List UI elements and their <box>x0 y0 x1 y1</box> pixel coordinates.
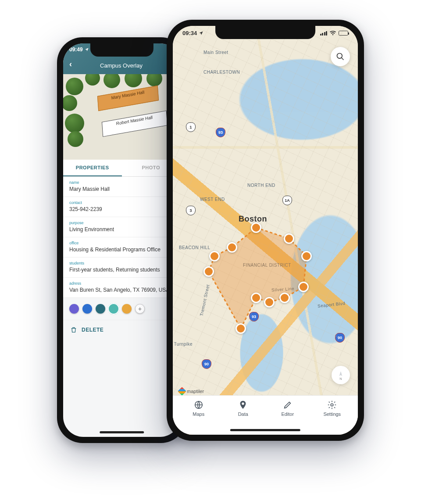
building-label: Robert Massie Hall <box>116 115 153 126</box>
field-label: office <box>69 241 174 245</box>
compass-icon: N <box>335 369 346 381</box>
globe-icon <box>194 400 203 410</box>
map-district-label: NORTH END <box>247 183 275 188</box>
building-other[interactable]: Robert Massie Hall <box>102 111 168 137</box>
maptiler-logo-icon <box>178 387 186 396</box>
color-option[interactable] <box>122 304 132 314</box>
map-canvas[interactable]: Main Street CHARLESTOWN NORTH END WEST E… <box>173 26 358 435</box>
page-title: Campus Overlay <box>68 62 174 69</box>
home-indicator[interactable] <box>230 429 300 431</box>
field-row[interactable]: name Mary Massie Hall <box>63 177 180 197</box>
properties-list: name Mary Massie Hall contact 325-942-22… <box>63 177 180 298</box>
phone-map-editor: Main Street CHARLESTOWN NORTH END WEST E… <box>167 20 364 441</box>
field-row[interactable]: contact 325-942-2239 <box>63 197 180 217</box>
status-bar: 09:49 <box>69 46 89 53</box>
polygon-vertex[interactable] <box>284 233 294 244</box>
polygon-vertex[interactable] <box>251 222 261 233</box>
nav-label: Data <box>238 411 248 417</box>
route-shield: 1 <box>186 122 196 132</box>
map-district-label: CHARLESTOWN <box>203 70 240 75</box>
building-selected[interactable]: Mary Massie Hall <box>97 86 159 111</box>
polygon-vertex[interactable] <box>235 323 246 334</box>
delete-label: DELETE <box>82 327 103 333</box>
color-option-selected[interactable] <box>109 304 118 314</box>
notch <box>90 43 153 57</box>
color-option[interactable] <box>82 304 92 314</box>
status-time: 09:49 <box>69 46 83 53</box>
attribution-text: maptiler <box>187 389 204 394</box>
search-icon <box>336 52 345 61</box>
wifi-icon <box>330 31 336 36</box>
polygon-vertex[interactable] <box>209 251 220 261</box>
signal-icon <box>320 31 328 36</box>
field-value: Living Environment <box>69 226 174 232</box>
route-shield: 3 <box>186 206 196 215</box>
polygon-vertex[interactable] <box>203 266 214 277</box>
field-row[interactable]: students First-year students, Returning … <box>63 257 180 278</box>
map-street-label: s Turnpike <box>173 342 193 347</box>
field-value: First-year students, Returning students <box>69 267 174 273</box>
svg-text:N: N <box>339 377 342 381</box>
polygon-vertex[interactable] <box>227 242 237 253</box>
search-button[interactable] <box>331 47 350 66</box>
field-label: purpose <box>69 221 174 225</box>
compass-button[interactable]: N <box>332 366 350 384</box>
polygon-vertex[interactable] <box>301 251 312 261</box>
field-label: name <box>69 180 174 185</box>
field-value: Housing & Residential Programs Office <box>69 247 174 253</box>
field-label: contact <box>69 200 174 205</box>
nav-label: Settings <box>323 411 341 417</box>
field-label: adress <box>69 281 174 286</box>
svg-marker-3 <box>339 371 343 376</box>
tabs: PROPERTIES PHOTO <box>63 160 180 177</box>
trash-icon <box>70 326 77 333</box>
gear-icon <box>327 400 337 410</box>
notch <box>215 26 315 39</box>
campus-map-preview[interactable]: Mary Massie Hall Robert Massie Hall <box>63 74 180 160</box>
nav-label: Editor <box>281 411 294 417</box>
svg-point-1 <box>337 54 343 59</box>
polygon-vertex[interactable] <box>264 297 275 307</box>
map-street-label: Main Street <box>203 50 228 55</box>
svg-point-6 <box>331 404 334 406</box>
battery-icon <box>339 31 348 36</box>
polygon-vertex[interactable] <box>279 293 290 303</box>
color-option[interactable] <box>96 304 105 314</box>
status-time: 09:34 <box>182 30 197 36</box>
map-district-label: WEST END <box>200 197 225 202</box>
field-row[interactable]: adress Van Buren St, San Angelo, TX 7690… <box>63 278 180 298</box>
field-value: Van Buren St, San Angelo, TX 76909, USA <box>69 287 174 293</box>
route-shield: 1A <box>282 196 292 205</box>
interstate-shield: 93 <box>216 128 225 137</box>
location-arrow-icon <box>85 47 89 52</box>
polygon-vertex[interactable] <box>298 282 309 292</box>
tab-properties[interactable]: PROPERTIES <box>63 160 122 176</box>
pencil-icon <box>283 400 293 410</box>
interstate-shield: 90 <box>202 359 211 369</box>
location-arrow-icon <box>199 31 203 36</box>
svg-line-2 <box>342 58 344 60</box>
map-attribution: maptiler <box>179 388 204 394</box>
home-indicator[interactable] <box>100 431 144 433</box>
polygon-vertex[interactable] <box>251 293 261 303</box>
color-option[interactable] <box>69 304 79 314</box>
interstate-shield: 90 <box>335 333 345 343</box>
nav-data[interactable]: Data <box>221 400 266 423</box>
field-row[interactable]: office Housing & Residential Programs Of… <box>63 237 180 257</box>
nav-label: Maps <box>193 411 204 417</box>
field-row[interactable]: purpose Living Environment <box>63 217 180 237</box>
color-picker: + <box>63 298 180 320</box>
nav-settings[interactable]: Settings <box>310 400 355 423</box>
nav-maps[interactable]: Maps <box>176 400 221 423</box>
delete-button[interactable]: DELETE <box>63 320 180 340</box>
add-color-button[interactable]: + <box>135 304 145 314</box>
field-value: 325-942-2239 <box>69 206 174 212</box>
building-label: Mary Massie Hall <box>111 89 144 100</box>
field-label: students <box>69 261 174 265</box>
pin-icon <box>238 400 248 410</box>
nav-editor[interactable]: Editor <box>265 400 310 423</box>
field-value: Mary Massie Hall <box>69 186 174 192</box>
